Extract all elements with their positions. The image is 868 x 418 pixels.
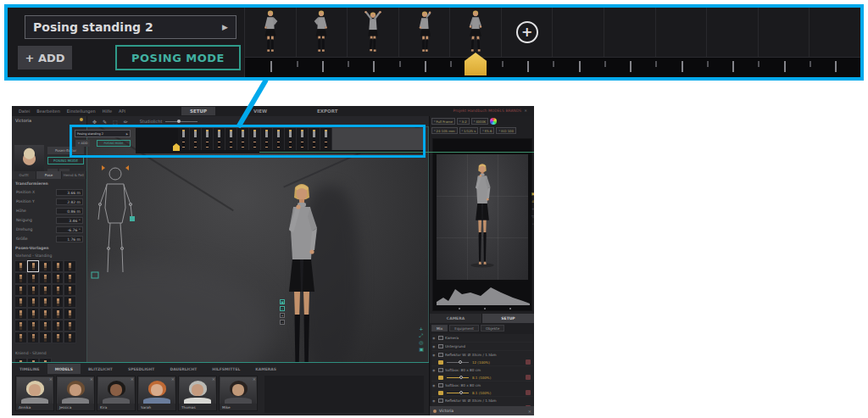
mini-pose-thumbnail[interactable] [285,128,297,150]
right-tab-setup[interactable]: SETUP [482,314,534,323]
pose-template-cell[interactable] [14,272,27,284]
pose-template-cell[interactable] [27,332,40,343]
slider-knob[interactable] [459,360,462,364]
camera-setting-chip[interactable]: ▾Full Frame [431,118,455,125]
pose-slot-empty[interactable] [810,8,860,57]
mini-pose-thumbnail[interactable] [261,128,273,150]
mini-pose-thumbnail[interactable] [214,128,225,150]
pose-slot-add[interactable]: + [502,8,554,57]
camera-setting-chip[interactable]: ▾24-105 mm [431,127,458,134]
mini-pose-thumbnail[interactable] [237,128,249,150]
fit-view-icon[interactable]: ⤢ [419,333,424,337]
camera-setting-chip[interactable]: ▾3:2 [457,118,470,125]
close-icon[interactable]: × [131,376,134,382]
slider-knob[interactable] [459,376,463,379]
bottom-tab-hilfsmittel[interactable]: HILFSMITTEL [204,364,248,374]
pose-dropdown[interactable]: Posing standing 2 ▶ [25,15,236,39]
pose-template-cell[interactable] [27,308,40,320]
power-toggle[interactable] [438,376,443,380]
menu-item[interactable]: Hilfe [103,109,112,114]
close-icon[interactable]: × [90,376,93,382]
pose-template-cell[interactable] [52,320,64,332]
pose-template-cell[interactable] [64,308,76,320]
equipment-row[interactable]: ◉Untergrund [431,343,533,351]
home-view-icon[interactable]: ▣ [419,347,424,351]
mini-pose-dropdown[interactable]: Posing standing 2 ▶ [75,130,131,137]
pose-template-cell[interactable] [39,272,52,284]
mini-pose-thumbnail[interactable] [190,128,202,150]
mini-posing-mode-button[interactable]: POSING MODE [97,140,131,147]
avatar-model[interactable] [268,179,336,363]
transform-value-field[interactable]: 1.76 m [56,236,83,242]
zoom-in-icon[interactable]: + [419,326,424,331]
close-icon[interactable]: × [253,376,256,382]
eye-icon[interactable]: ◉ [432,353,437,357]
rotate-left-marker[interactable] [102,165,105,170]
collapse-icon[interactable]: ▽ [531,215,534,219]
bottom-tab-kameras[interactable]: KAMERAS [248,364,284,374]
cursor-tool-icon[interactable]: ✥ [92,119,97,125]
equipment-row[interactable]: ◉Reflektor W: Ø 33cm / 1.5bm12 (100%) [431,351,533,366]
bottom-tab-dauerlicht[interactable]: DAUERLICHT [162,364,204,374]
pose-template-cell[interactable] [27,260,40,272]
pose-slot-2[interactable] [297,8,348,57]
pose-timeline[interactable]: + [244,8,860,77]
pose-slot-empty[interactable] [553,8,604,57]
pen-tool-icon[interactable]: ✎ [103,119,107,125]
eye-icon[interactable]: ◉ [432,344,437,348]
close-icon[interactable]: × [524,109,527,113]
right-subtab-objekte[interactable]: Objekte [481,325,504,332]
rotate-right-marker[interactable] [125,165,129,170]
pose-template-cell[interactable] [39,320,52,332]
mini-pose-thumbnail[interactable] [202,128,214,150]
close-icon[interactable]: × [528,409,531,414]
app-tab-setup[interactable]: SETUP [181,107,215,115]
eye-icon[interactable]: ◉ [432,398,437,403]
transform-value-field[interactable]: 3.46 ° [56,217,83,224]
posing-mode-mini-button[interactable]: POSING MODE [47,157,84,164]
pose-bodymap-overlay[interactable] [90,164,141,291]
transform-value-field[interactable]: 0.86 m [56,208,83,215]
transform-value-field[interactable]: 3.66 m [56,189,83,196]
eye-icon[interactable]: ◉ [432,383,437,387]
mini-pose-timeline[interactable] [136,128,424,153]
power-toggle[interactable] [438,360,443,365]
camera-setting-chip[interactable]: ▾f/5.6 [480,127,494,134]
model-card[interactable]: Kira× [97,376,136,411]
eye-icon[interactable]: ◉ [432,336,437,340]
equipment-row[interactable]: ◉Softbox: 80 x 80 cm8.1 (100%) [431,366,533,382]
flag-icon[interactable]: ▣ [531,192,534,196]
menu-item[interactable]: Datei [19,109,30,114]
power-slider[interactable] [447,362,469,363]
pose-slot-5[interactable] [450,8,502,57]
pose-template-cell[interactable] [27,320,40,332]
pose-template-cell[interactable] [52,308,64,320]
mini-pose-thumbnail[interactable] [249,128,261,150]
right-subtab-equipment[interactable]: Equipment [449,325,479,332]
mini-pose-thumbnail[interactable] [178,128,190,150]
model-portrait[interactable] [14,145,44,174]
app-tab-view[interactable]: VIEW [245,107,275,115]
pose-template-cell[interactable] [14,260,27,272]
pose-slot-empty[interactable] [759,8,810,57]
pose-template-cell[interactable] [39,284,52,296]
gizmo-dot-icon[interactable]: • [280,313,285,318]
slider-knob[interactable] [459,391,463,394]
app-tab-export[interactable]: EXPORT [309,107,346,115]
pose-template-cell[interactable] [64,320,76,332]
power-slider[interactable] [447,393,469,393]
pose-slot-4[interactable] [399,8,451,57]
3d-viewport[interactable]: ▣ + • - + ⤢ ◎ ▣ [86,126,429,363]
frame-tool-icon[interactable]: ⬚ [113,119,118,125]
pose-template-cell[interactable] [14,308,27,320]
pose-template-cell[interactable] [27,296,40,308]
mini-pose-thumbnail[interactable] [273,128,285,150]
pose-template-cell[interactable] [14,296,27,308]
pose-editor-button[interactable]: Posen-Editor [47,147,84,154]
right-subtab-mix[interactable]: Mix [431,325,448,332]
pose-template-cell[interactable] [14,332,27,343]
color-wheel-icon[interactable] [490,118,497,125]
bottom-tab-blitzlicht[interactable]: BLITZLICHT [81,364,120,374]
trash-icon[interactable] [526,390,531,395]
pin-icon[interactable] [80,118,83,121]
